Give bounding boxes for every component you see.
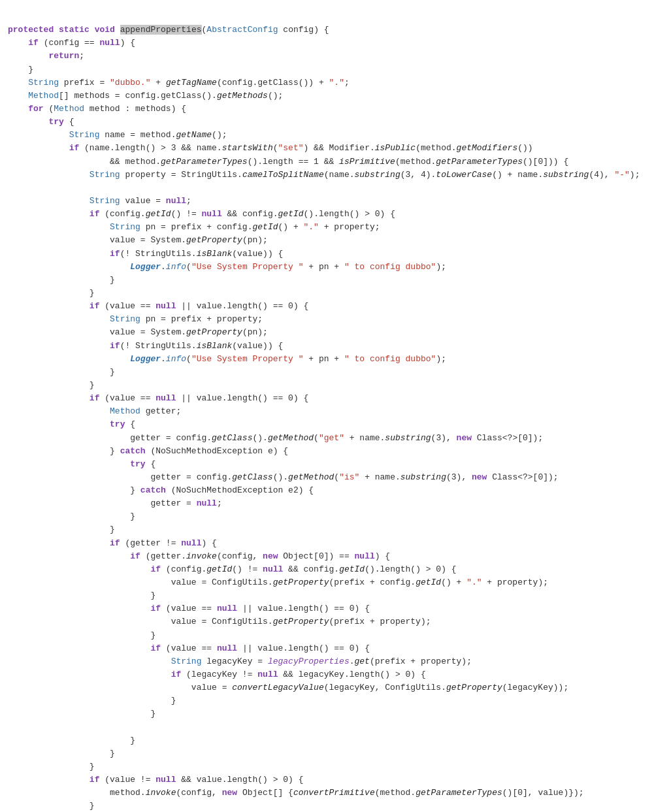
- code-container: protected static void appendProperties(A…: [8, 10, 661, 812]
